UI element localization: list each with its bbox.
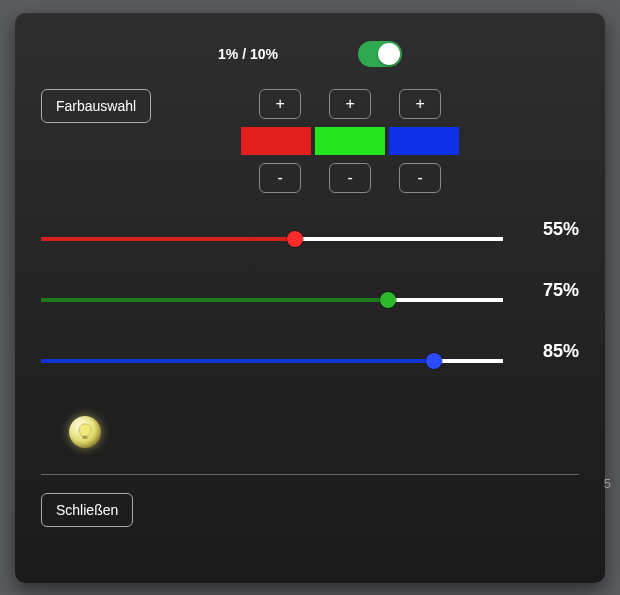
close-button[interactable]: Schließen bbox=[41, 493, 133, 527]
green-minus-button[interactable]: - bbox=[329, 163, 371, 193]
red-slider-fill bbox=[41, 237, 295, 241]
red-swatch bbox=[241, 127, 311, 155]
header-row: 1% / 10% bbox=[41, 41, 579, 67]
step-size-label: 1% / 10% bbox=[218, 46, 278, 62]
stepper-minus-row: - - - bbox=[253, 163, 447, 193]
green-slider-row: 75% bbox=[41, 290, 579, 311]
step-size-toggle[interactable] bbox=[358, 41, 402, 67]
blue-slider-thumb[interactable] bbox=[426, 353, 442, 369]
green-slider-thumb[interactable] bbox=[380, 292, 396, 308]
color-picker-button[interactable]: Farbauswahl bbox=[41, 89, 151, 123]
blue-slider-fill bbox=[41, 359, 434, 363]
green-slider[interactable] bbox=[41, 298, 503, 302]
swatch-row bbox=[241, 127, 459, 155]
mid-row: Farbauswahl + + + - - - bbox=[41, 89, 579, 193]
lightbulb-icon bbox=[77, 423, 93, 441]
bulb-icon[interactable] bbox=[69, 416, 101, 448]
stepper-plus-row: + + + bbox=[253, 89, 447, 119]
red-slider-row: 55% bbox=[41, 229, 579, 250]
red-plus-button[interactable]: + bbox=[259, 89, 301, 119]
divider bbox=[41, 474, 579, 475]
footer: Schließen bbox=[41, 493, 579, 527]
green-swatch bbox=[315, 127, 385, 155]
green-slider-value: 75% bbox=[529, 280, 579, 301]
blue-swatch bbox=[389, 127, 459, 155]
edge-number: 5 bbox=[604, 476, 611, 491]
svg-rect-0 bbox=[83, 436, 88, 439]
blue-minus-button[interactable]: - bbox=[399, 163, 441, 193]
green-plus-button[interactable]: + bbox=[329, 89, 371, 119]
blue-slider-value: 85% bbox=[529, 341, 579, 362]
red-slider-value: 55% bbox=[529, 219, 579, 240]
green-slider-fill bbox=[41, 298, 388, 302]
blue-slider-row: 85% bbox=[41, 351, 579, 372]
red-slider-thumb[interactable] bbox=[287, 231, 303, 247]
blue-slider[interactable] bbox=[41, 359, 503, 363]
bulb-row bbox=[41, 416, 579, 448]
swatch-group: + + + - - - bbox=[241, 89, 459, 193]
color-control-panel: 1% / 10% Farbauswahl + + + - - - bbox=[15, 13, 605, 583]
blue-plus-button[interactable]: + bbox=[399, 89, 441, 119]
red-slider[interactable] bbox=[41, 237, 503, 241]
sliders: 55% 75% 85% bbox=[41, 229, 579, 372]
red-minus-button[interactable]: - bbox=[259, 163, 301, 193]
